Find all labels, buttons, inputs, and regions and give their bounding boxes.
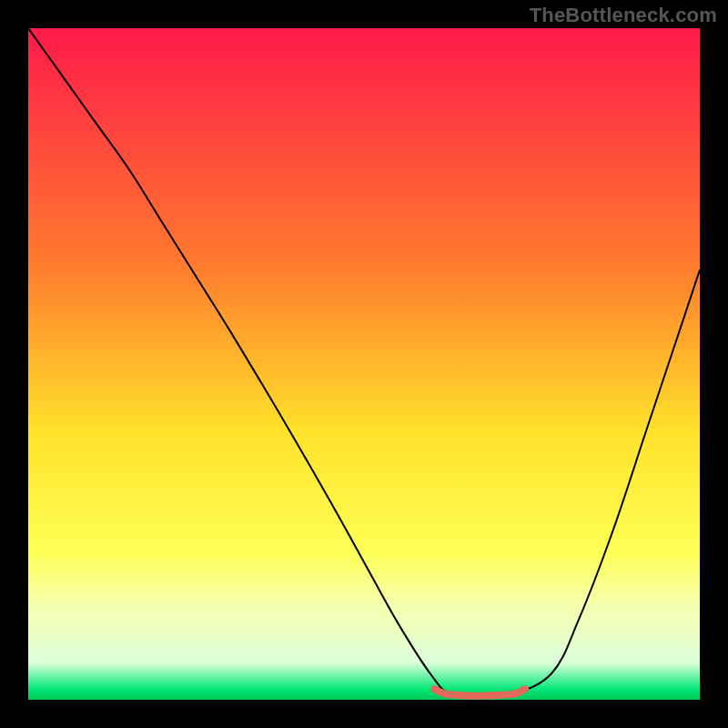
gradient-background bbox=[28, 28, 700, 700]
plot-area bbox=[28, 28, 700, 700]
chart-frame: TheBottleneck.com bbox=[0, 0, 728, 728]
bottleneck-chart bbox=[28, 28, 700, 700]
watermark-text: TheBottleneck.com bbox=[530, 4, 717, 27]
